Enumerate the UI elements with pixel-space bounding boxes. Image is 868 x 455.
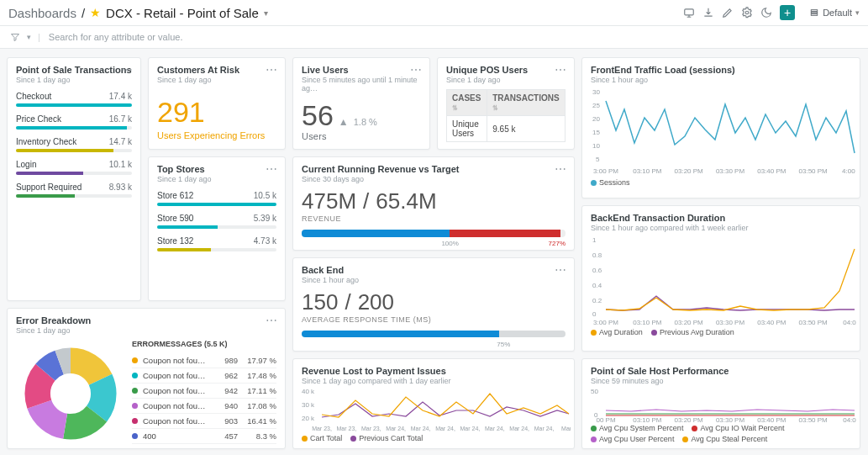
default-dropdown[interactable]: Default ▾ — [809, 8, 860, 18]
svg-text:0.8: 0.8 — [592, 251, 602, 259]
error-row[interactable]: Coupon not found wit…90316.41 % — [132, 413, 276, 428]
card-customers-risk: ⋯ Customers At Risk Since 1 day ago 291 … — [148, 57, 286, 150]
svg-text:Mar 24,: Mar 24, — [435, 426, 455, 431]
error-row[interactable]: Other1592.89 % — [132, 443, 276, 449]
gauge-mark-end: 727% — [549, 240, 566, 247]
chevron-down-icon[interactable]: ▾ — [27, 33, 31, 41]
col-transactions[interactable]: TRANSACTIONS ⇅ — [487, 90, 566, 116]
legend-item: Cart Total — [302, 434, 342, 442]
bar-row[interactable]: Price Check16.7 k — [16, 114, 132, 130]
chevron-down-icon: ▾ — [855, 8, 860, 17]
bar-row[interactable]: Store 5905.39 k — [157, 214, 276, 229]
card-subtitle: Since 1 day ago — [157, 175, 276, 183]
search-input[interactable] — [47, 31, 858, 43]
svg-text:03:20 PM: 03:20 PM — [675, 319, 704, 326]
card-title: Error Breakdown — [16, 315, 276, 325]
card-back-end: ⋯ Back End Since 1 hour ago 150 / 200 AV… — [292, 257, 575, 352]
default-label: Default — [823, 8, 852, 18]
legend-item: Avg Cpu User Percent — [591, 435, 674, 443]
card-title: Unique POS Users — [446, 65, 566, 75]
col-cases[interactable]: CASES ⇅ — [447, 90, 487, 116]
card-menu-icon[interactable]: ⋯ — [266, 314, 278, 327]
card-menu-icon[interactable]: ⋯ — [410, 63, 423, 77]
svg-text:4:00 PM: 4:00 PM — [842, 167, 856, 175]
traffic-legend: Sessions — [591, 178, 851, 187]
svg-text:3:00 PM: 3:00 PM — [593, 319, 618, 326]
page-title: DCX - Retail - Point of Sale — [106, 6, 259, 20]
legend-item: Previous Avg Duration — [651, 328, 734, 336]
svg-text:Mar 2: Mar 2 — [561, 426, 571, 431]
bar-row[interactable]: Store 61210.5 k — [157, 191, 276, 206]
card-title: Live Users — [302, 65, 421, 75]
host-perf-legend: Avg Cpu System PercentAvg Cpu IO Wait Pe… — [591, 424, 851, 443]
download-icon[interactable] — [702, 7, 714, 19]
error-row[interactable]: Coupon not found wit…94217.11 % — [132, 383, 276, 398]
card-menu-icon[interactable]: ⋯ — [266, 63, 278, 77]
backend-caption: AVERAGE RESPONSE TIME (MS) — [302, 315, 566, 324]
svg-text:1: 1 — [592, 236, 597, 244]
delta-value: 1.8 % — [354, 117, 377, 127]
card-menu-icon[interactable]: ⋯ — [266, 162, 278, 176]
settings-icon[interactable] — [741, 7, 753, 19]
dashboard-board: ⋯ Point of Sale Transactions Since 1 day… — [0, 49, 868, 455]
card-host-perf: Point of Sale Host Performance Since 59 … — [581, 358, 860, 449]
svg-text:03:20 PM: 03:20 PM — [675, 416, 704, 424]
plus-icon[interactable]: + — [780, 5, 795, 20]
card-subtitle: Since 1 hour ago compared with 1 week ea… — [591, 224, 851, 232]
breadcrumb-root[interactable]: Dashboards — [8, 6, 76, 20]
error-row[interactable]: Coupon not found wit…98917.97 % — [132, 353, 276, 368]
edit-icon[interactable] — [722, 7, 734, 19]
big-label: Users Experiencing Errors — [157, 130, 276, 140]
legend-item: Avg Cpu System Percent — [591, 424, 683, 432]
bar-row[interactable]: Checkout17.4 k — [16, 92, 132, 107]
svg-text:Mar 23,: Mar 23, — [361, 426, 381, 431]
host-perf-chart: 500 00 PM03:10 PM03:20 PM03:30 PM03:40 P… — [591, 385, 856, 424]
card-subtitle: Since 1 day ago — [16, 326, 276, 335]
svg-text:03:50 PM: 03:50 PM — [799, 416, 829, 424]
revenue-caption: REVENUE — [302, 214, 566, 223]
svg-text:Mar 23,: Mar 23, — [312, 426, 332, 431]
svg-text:03:30 PM: 03:30 PM — [716, 167, 745, 175]
error-list-title: ERRORMESSAGES (5.5 K) — [132, 340, 276, 348]
svg-point-38 — [51, 374, 90, 413]
bar-row[interactable]: Store 1324.73 k — [157, 236, 276, 251]
svg-rect-3 — [811, 12, 818, 13]
card-menu-icon[interactable]: ⋯ — [555, 162, 567, 176]
card-subtitle: Since 1 day ago — [157, 76, 276, 84]
svg-text:00 PM: 00 PM — [596, 416, 615, 424]
moon-icon[interactable] — [760, 7, 772, 19]
svg-text:03:40 PM: 03:40 PM — [757, 167, 786, 175]
bar-row[interactable]: Support Required8.93 k — [16, 183, 132, 198]
card-menu-icon[interactable]: ⋯ — [555, 63, 567, 77]
funnel-icon[interactable] — [10, 32, 20, 42]
card-menu-icon[interactable]: ⋯ — [555, 263, 567, 277]
error-row[interactable]: Coupon not found wit…94017.08 % — [132, 398, 276, 413]
card-pos-transactions: ⋯ Point of Sale Transactions Since 1 day… — [7, 57, 141, 301]
svg-text:25: 25 — [592, 102, 600, 109]
error-row[interactable]: Coupon not found wit…96217.48 % — [132, 368, 276, 383]
error-row[interactable]: 4004578.3 % — [132, 428, 276, 443]
svg-text:40 k: 40 k — [302, 388, 315, 395]
chevron-down-icon[interactable]: ▾ — [264, 8, 268, 18]
star-icon[interactable]: ★ — [90, 6, 101, 19]
card-menu-icon[interactable]: ⋯ — [121, 63, 134, 77]
svg-rect-0 — [685, 9, 694, 15]
breadcrumb: Dashboards / ★ DCX - Retail - Point of S… — [8, 6, 268, 20]
svg-text:3:00 PM: 3:00 PM — [593, 167, 618, 175]
svg-text:20 k: 20 k — [302, 415, 315, 422]
svg-text:0.4: 0.4 — [592, 282, 602, 289]
bar-row[interactable]: Login10.1 k — [16, 160, 132, 175]
duration-legend: Avg DurationPrevious Avg Duration — [591, 328, 851, 336]
breadcrumb-sep: / — [82, 6, 85, 20]
svg-text:03:10 PM: 03:10 PM — [633, 167, 662, 175]
svg-text:Mar 23,: Mar 23, — [337, 426, 357, 431]
revenue-target: 65.4M — [376, 188, 436, 214]
svg-text:0.6: 0.6 — [592, 267, 602, 274]
bar-row[interactable]: Inventory Check14.7 k — [16, 137, 132, 152]
svg-text:03:20 PM: 03:20 PM — [675, 167, 704, 175]
import-icon[interactable] — [683, 7, 695, 19]
svg-text:0: 0 — [592, 310, 597, 318]
duration-chart: 10.80.6 0.40.20 3:00 PM03:10 PM03:20 PM0… — [591, 232, 856, 326]
revenue-value: 475M — [302, 188, 356, 214]
legend-item: Avg Duration — [591, 328, 643, 336]
